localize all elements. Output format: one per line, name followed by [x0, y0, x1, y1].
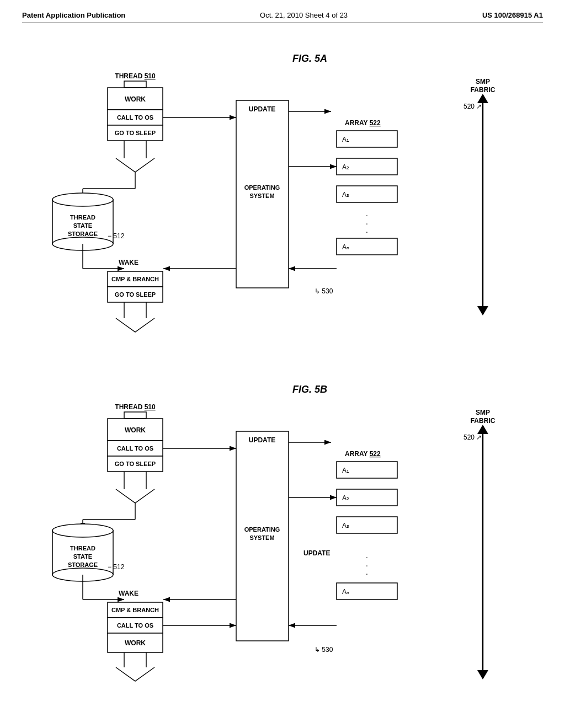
svg-text:520 ↗: 520 ↗	[463, 433, 482, 441]
svg-point-16	[52, 193, 113, 206]
svg-marker-57	[477, 306, 488, 315]
svg-text:Aₙ: Aₙ	[342, 588, 349, 596]
svg-text:.: .	[366, 559, 368, 568]
svg-text:A₂: A₂	[342, 163, 349, 171]
svg-text:WORK: WORK	[125, 95, 146, 103]
svg-marker-120	[477, 425, 488, 434]
svg-text:GO TO SLEEP: GO TO SLEEP	[115, 130, 156, 136]
svg-text:CALL TO OS: CALL TO OS	[117, 622, 153, 629]
svg-text:STATE: STATE	[73, 553, 92, 560]
header: Patent Application Publication Oct. 21, …	[22, 11, 543, 23]
svg-point-77	[52, 524, 113, 537]
svg-text:UPDATE: UPDATE	[249, 105, 275, 113]
svg-text:520 ↗: 520 ↗	[463, 103, 482, 110]
svg-text:GO TO SLEEP: GO TO SLEEP	[115, 461, 156, 467]
svg-rect-2	[124, 81, 146, 88]
svg-text:GO TO SLEEP: GO TO SLEEP	[115, 291, 156, 298]
svg-text:CMP & BRANCH: CMP & BRANCH	[111, 607, 159, 613]
svg-text:.: .	[366, 568, 368, 576]
svg-text:Aₙ: Aₙ	[342, 243, 349, 251]
svg-text:WAKE: WAKE	[119, 259, 138, 266]
svg-text:OPERATING: OPERATING	[244, 526, 280, 533]
svg-rect-63	[124, 412, 146, 419]
header-left: Patent Application Publication	[22, 11, 125, 19]
svg-marker-56	[477, 94, 488, 103]
svg-text:SMP: SMP	[476, 78, 490, 85]
header-center: Oct. 21, 2010 Sheet 4 of 23	[260, 11, 348, 19]
fig5b-svg: FIG. 5B THREAD 510 WORK CALL TO OS GO TO…	[22, 371, 552, 713]
svg-text:CALL TO OS: CALL TO OS	[117, 445, 153, 452]
svg-text:A₂: A₂	[342, 494, 349, 502]
header-right: US 100/268915 A1	[482, 11, 543, 19]
svg-text:FIG. 5B: FIG. 5B	[292, 384, 327, 395]
svg-text:A₁: A₁	[342, 467, 349, 474]
svg-text:CALL TO OS: CALL TO OS	[117, 114, 153, 121]
fig5b-section: FIG. 5B THREAD 510 WORK CALL TO OS GO TO…	[22, 371, 543, 713]
svg-text:.: .	[366, 551, 368, 560]
svg-text:FABRIC: FABRIC	[471, 417, 495, 425]
svg-text:STORAGE: STORAGE	[68, 231, 98, 237]
svg-text:CMP & BRANCH: CMP & BRANCH	[111, 276, 159, 282]
svg-text:FABRIC: FABRIC	[471, 86, 495, 94]
svg-text:THREAD: THREAD	[70, 545, 95, 552]
svg-text:A₃: A₃	[342, 522, 349, 529]
svg-text:THREAD: THREAD	[70, 214, 95, 221]
svg-text:SYSTEM: SYSTEM	[249, 192, 274, 199]
svg-marker-121	[477, 670, 488, 679]
svg-text:OPERATING: OPERATING	[244, 184, 280, 191]
svg-text:THREAD 510: THREAD 510	[115, 72, 156, 80]
fig5a-svg: FIG. 5A THREAD 510 WORK CALL TO OS GO TO…	[22, 40, 552, 349]
svg-text:UPDATE: UPDATE	[303, 549, 330, 557]
svg-text:A₃: A₃	[342, 191, 349, 199]
svg-text:− 512: − 512	[108, 563, 125, 571]
svg-text:WORK: WORK	[125, 426, 146, 434]
svg-text:− 512: − 512	[108, 232, 125, 240]
svg-text:SYSTEM: SYSTEM	[249, 534, 274, 541]
svg-text:UPDATE: UPDATE	[249, 436, 275, 444]
svg-text:STORAGE: STORAGE	[68, 561, 98, 568]
svg-text:↳ 530: ↳ 530	[315, 646, 333, 654]
svg-text:WAKE: WAKE	[119, 590, 138, 597]
svg-text:A₁: A₁	[342, 136, 349, 143]
svg-text:FIG. 5A: FIG. 5A	[292, 53, 327, 64]
svg-text:WORK: WORK	[125, 639, 146, 647]
page: Patent Application Publication Oct. 21, …	[0, 0, 565, 728]
svg-text:THREAD 510: THREAD 510	[115, 403, 156, 411]
svg-text:.: .	[366, 226, 368, 234]
svg-text:.: .	[366, 209, 368, 218]
fig5a-section: FIG. 5A THREAD 510 WORK CALL TO OS GO TO…	[22, 40, 543, 349]
svg-text:STATE: STATE	[73, 222, 92, 229]
svg-text:↳ 530: ↳ 530	[315, 287, 333, 295]
svg-text:ARRAY 522: ARRAY 522	[345, 450, 381, 458]
svg-text:SMP: SMP	[476, 409, 490, 416]
svg-text:ARRAY 522: ARRAY 522	[345, 119, 381, 127]
svg-text:.: .	[366, 217, 368, 226]
